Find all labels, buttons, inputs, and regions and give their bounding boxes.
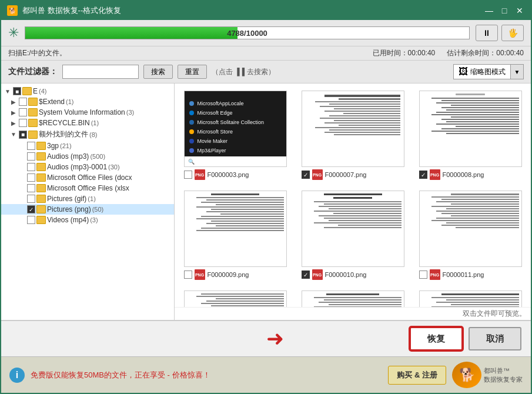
preview-hint: 双击文件即可预览。 <box>175 307 531 320</box>
file-check-row-F0000008: ✓ PNG F0000008.png <box>419 169 522 180</box>
folder-icon-recycle <box>28 119 38 127</box>
view-icon: 🖼 <box>459 66 468 77</box>
file-item-F0000013[interactable]: PNG F0000013.png <box>297 288 409 307</box>
status-bar: 扫描E:/中的文件。 已用时间：00:00:40 估计剩余时间：00:00:40 <box>1 46 531 61</box>
checkbox-recycle[interactable] <box>19 119 27 127</box>
recover-button[interactable]: 恢复 <box>410 327 463 350</box>
menu-item-5: Movie Maker <box>185 136 286 146</box>
file-item-F0000012[interactable]: PNG F0000012.png <box>179 288 291 307</box>
tree-item-e[interactable]: ▼ ■ E (4) <box>1 86 174 96</box>
checkbox-audiosmp3[interactable] <box>27 152 35 161</box>
label-e: E <box>33 87 38 95</box>
checkbox-extend[interactable] <box>19 98 27 106</box>
thumb-search: 🔍 <box>185 156 286 166</box>
progress-controls: ⏸ 🖐 <box>476 25 524 41</box>
file-item-F0000014[interactable]: PNG F0000014.png <box>414 288 526 307</box>
folder-icon-extend <box>28 98 38 106</box>
file-icon-F0000008: PNG <box>430 169 440 180</box>
label-audiosmp3: Audios (mp3) <box>47 152 89 161</box>
count-videosmp4: (3) <box>90 216 98 223</box>
search-icon: 🔍 <box>188 159 195 165</box>
checkbox-audiosmp3-0001[interactable] <box>27 163 35 171</box>
count-picturesgif: (1) <box>88 195 95 202</box>
search-button[interactable]: 搜索 <box>143 65 173 79</box>
file-item-F0000011[interactable]: PNG F0000011.png <box>414 188 526 282</box>
checkbox-msofficedocx[interactable] <box>27 173 35 182</box>
file-thumb-F0000009 <box>184 191 287 267</box>
file-thumb-F0000010 <box>302 191 404 267</box>
checkbox-extrafiles[interactable]: ■ <box>19 131 27 139</box>
file-item-F0000008[interactable]: ✓ PNG F0000008.png <box>414 88 526 182</box>
minimize-button[interactable]: — <box>484 5 494 16</box>
count-extrafiles: (8) <box>89 131 97 138</box>
close-button[interactable]: ✕ <box>514 5 525 16</box>
file-checkbox-F0000009[interactable] <box>184 271 192 279</box>
reset-button[interactable]: 重置 <box>178 65 207 79</box>
stop-button[interactable]: 🖐 <box>501 25 524 41</box>
label-videosmp4: Videos (mp4) <box>47 216 89 224</box>
tree-item-audiosmp3[interactable]: Audios (mp3) (500) <box>1 151 174 162</box>
thumb-doc-F0000014 <box>420 291 521 307</box>
filter-bar: 文件过滤器： 搜索 重置 （点击 ▐▐ 去搜索） 🖼 缩略图模式 ▼ <box>1 61 531 84</box>
info-icon: i <box>9 368 25 383</box>
tree-item-videosmp4[interactable]: Videos (mp4) (3) <box>1 215 174 225</box>
file-item-F0000010[interactable]: ✓ PNG F0000010.png <box>297 188 409 282</box>
buy-button[interactable]: 购买 & 注册 <box>388 366 446 385</box>
thumb-doc-F0000010 <box>302 191 404 266</box>
tree-item-3gp[interactable]: 3gp (21) <box>1 141 174 151</box>
remaining-label: 估计剩余时间：00:00:40 <box>447 48 524 58</box>
label-3gp: 3gp <box>47 142 59 150</box>
checkbox-sysvolinfo[interactable] <box>19 108 27 116</box>
label-extrafiles: 额外找到的文件 <box>39 129 88 139</box>
checkbox-picturesgif[interactable] <box>27 195 35 203</box>
checkbox-videosmp4[interactable] <box>27 216 35 224</box>
folder-icon-picturespng <box>36 205 46 213</box>
tree-item-sysvolinfo[interactable]: ▶ System Volume Information (3) <box>1 107 174 118</box>
file-item-F0000009[interactable]: PNG F0000009.png <box>179 188 291 282</box>
file-checkbox-F0000003[interactable] <box>184 171 192 179</box>
filter-input[interactable] <box>62 65 139 79</box>
file-thumb-F0000012 <box>184 291 287 307</box>
logo-text: 都叫兽™数据恢复专家 <box>484 366 523 384</box>
tree-item-extend[interactable]: ▶ $Extend (1) <box>1 96 174 107</box>
file-check-row-F0000010: ✓ PNG F0000010.png <box>302 269 404 280</box>
file-item-F0000007[interactable]: ✓ PNG F0000007.png <box>297 88 409 182</box>
label-sysvolinfo: System Volume Information <box>39 108 125 116</box>
file-thumb-F0000013 <box>302 291 404 307</box>
logo-area: 🐕 都叫兽™数据恢复专家 <box>452 362 523 388</box>
file-checkbox-F0000011[interactable] <box>419 271 427 279</box>
cancel-button[interactable]: 取消 <box>469 327 521 350</box>
checkbox-msofficexlsx[interactable] <box>27 184 35 192</box>
tree-item-recycle[interactable]: ▶ $RECYCLE.BIN (1) <box>1 118 174 128</box>
view-mode-btn[interactable]: 🖼 缩略图模式 <box>453 64 511 79</box>
tree-item-msofficedocx[interactable]: Microsoft Office Files (docx <box>1 172 174 183</box>
file-checkbox-F0000010[interactable]: ✓ <box>302 271 310 279</box>
menu-item-6: Mp3&Player <box>185 146 286 155</box>
title-controls: — □ ✕ <box>484 5 525 16</box>
folder-icon-3gp <box>36 142 46 150</box>
thumb-search-input[interactable] <box>197 158 283 165</box>
file-checkbox-F0000007[interactable]: ✓ <box>302 171 310 179</box>
checkbox-e[interactable]: ■ <box>13 87 21 95</box>
count-audiosmp3-0001: (30) <box>108 163 120 171</box>
view-dropdown-btn[interactable]: ▼ <box>511 64 524 79</box>
tree-item-picturespng[interactable]: ✓ Pictures (png) (50) <box>1 204 174 215</box>
tree-item-audiosmp3-0001[interactable]: Audios (mp3)-0001 (30) <box>1 162 174 172</box>
progress-area: ✳ 4788/10000 ⏸ 🖐 <box>1 20 531 46</box>
tree-item-picturesgif[interactable]: Pictures (gif) (1) <box>1 193 174 204</box>
pause-button[interactable]: ⏸ <box>476 25 498 41</box>
file-check-row-F0000003: PNG F0000003.png <box>184 169 287 180</box>
file-thumb-F0000008 <box>419 91 522 167</box>
tree-item-extrafiles[interactable]: ▼ ■ 额外找到的文件 (8) <box>1 128 174 141</box>
tree-item-msofficexlsx[interactable]: Microsoft Office Files (xlsx <box>1 183 174 193</box>
checkbox-picturespng[interactable]: ✓ <box>27 205 35 213</box>
file-tree: ▼ ■ E (4) ▶ $Extend (1) ▶ System Volume … <box>1 84 175 320</box>
label-msofficedocx: Microsoft Office Files (docx <box>47 173 132 182</box>
file-item-F0000003[interactable]: MicrosoftAppLocale Microsoft Edge Micros… <box>179 88 291 182</box>
file-thumb-F0000011 <box>419 191 522 267</box>
progress-fill <box>25 27 237 39</box>
maximize-button[interactable]: □ <box>499 5 510 16</box>
checkbox-3gp[interactable] <box>27 142 35 150</box>
file-checkbox-F0000008[interactable]: ✓ <box>419 171 427 179</box>
thumb-doc-F0000007 <box>302 91 404 166</box>
